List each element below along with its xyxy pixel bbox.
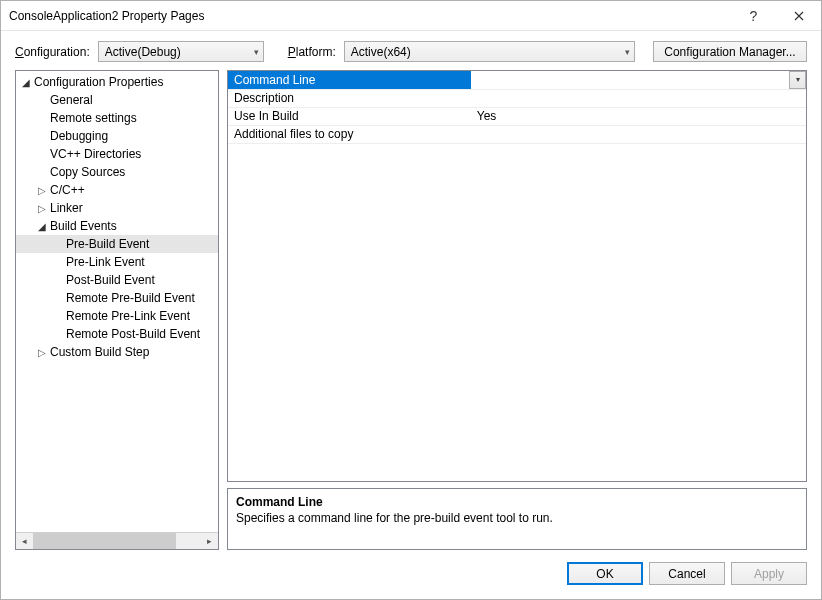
tree-item[interactable]: Post-Build Event: [16, 271, 218, 289]
chevron-down-icon: ▾: [254, 47, 259, 57]
scroll-left-button[interactable]: ◂: [16, 533, 33, 549]
scrollbar-thumb[interactable]: [33, 533, 176, 549]
config-tree[interactable]: ◢Configuration PropertiesGeneralRemote s…: [16, 71, 218, 532]
property-row[interactable]: Command Line▾: [228, 71, 806, 89]
tree-item[interactable]: Remote Pre-Link Event: [16, 307, 218, 325]
configuration-manager-button[interactable]: Configuration Manager...: [653, 41, 807, 62]
property-row[interactable]: Use In BuildYes: [228, 107, 806, 125]
platform-label: Platform:: [288, 45, 336, 59]
property-value[interactable]: ▾: [471, 71, 806, 89]
apply-button[interactable]: Apply: [731, 562, 807, 585]
tree-item[interactable]: Debugging: [16, 127, 218, 145]
close-icon: [794, 11, 804, 21]
titlebar: ConsoleApplication2 Property Pages ?: [1, 1, 821, 31]
dialog-buttons: OK Cancel Apply: [1, 556, 821, 599]
tree-item[interactable]: Pre-Build Event: [16, 235, 218, 253]
expander-icon: ▷: [36, 203, 48, 214]
property-grid: Command Line▾DescriptionUse In BuildYesA…: [227, 70, 807, 482]
expander-icon: ◢: [36, 221, 48, 232]
description-title: Command Line: [236, 495, 798, 509]
tree-item[interactable]: ▷Linker: [16, 199, 218, 217]
property-name: Description: [228, 89, 471, 107]
property-pages-dialog: ConsoleApplication2 Property Pages ? Con…: [0, 0, 822, 600]
property-value[interactable]: [471, 89, 806, 107]
property-row[interactable]: Description: [228, 89, 806, 107]
configuration-label: Configuration:: [15, 45, 90, 59]
config-toolbar: Configuration: Active(Debug) ▾ Platform:…: [1, 31, 821, 70]
tree-item[interactable]: Remote Pre-Build Event: [16, 289, 218, 307]
tree-item[interactable]: VC++ Directories: [16, 145, 218, 163]
property-value[interactable]: Yes: [471, 107, 806, 125]
tree-item[interactable]: General: [16, 91, 218, 109]
tree-item[interactable]: Remote settings: [16, 109, 218, 127]
description-text: Specifies a command line for the pre-bui…: [236, 511, 798, 525]
expander-icon: ◢: [20, 77, 32, 88]
tree-root[interactable]: ◢Configuration Properties: [16, 73, 218, 91]
property-name: Additional files to copy: [228, 125, 471, 143]
tree-item[interactable]: ▷Custom Build Step: [16, 343, 218, 361]
help-button[interactable]: ?: [731, 1, 776, 30]
tree-panel: ◢Configuration PropertiesGeneralRemote s…: [15, 70, 219, 550]
tree-item[interactable]: ▷C/C++: [16, 181, 218, 199]
cancel-button[interactable]: Cancel: [649, 562, 725, 585]
expander-icon: ▷: [36, 347, 48, 358]
close-button[interactable]: [776, 1, 821, 30]
property-name: Command Line: [228, 71, 471, 89]
tree-item[interactable]: Pre-Link Event: [16, 253, 218, 271]
window-title: ConsoleApplication2 Property Pages: [9, 9, 731, 23]
expander-icon: ▷: [36, 185, 48, 196]
property-row[interactable]: Additional files to copy: [228, 125, 806, 143]
tree-horizontal-scrollbar[interactable]: ◂ ▸: [16, 532, 218, 549]
tree-item[interactable]: ◢Build Events: [16, 217, 218, 235]
chevron-down-icon: ▾: [625, 47, 630, 57]
value-dropdown-button[interactable]: ▾: [789, 71, 806, 89]
property-value[interactable]: [471, 125, 806, 143]
property-name: Use In Build: [228, 107, 471, 125]
chevron-down-icon: ▾: [796, 75, 800, 84]
tree-item[interactable]: Remote Post-Build Event: [16, 325, 218, 343]
scroll-right-button[interactable]: ▸: [201, 533, 218, 549]
platform-combo[interactable]: Active(x64) ▾: [344, 41, 635, 62]
ok-button[interactable]: OK: [567, 562, 643, 585]
tree-item[interactable]: Copy Sources: [16, 163, 218, 181]
description-panel: Command Line Specifies a command line fo…: [227, 488, 807, 550]
configuration-combo[interactable]: Active(Debug) ▾: [98, 41, 264, 62]
